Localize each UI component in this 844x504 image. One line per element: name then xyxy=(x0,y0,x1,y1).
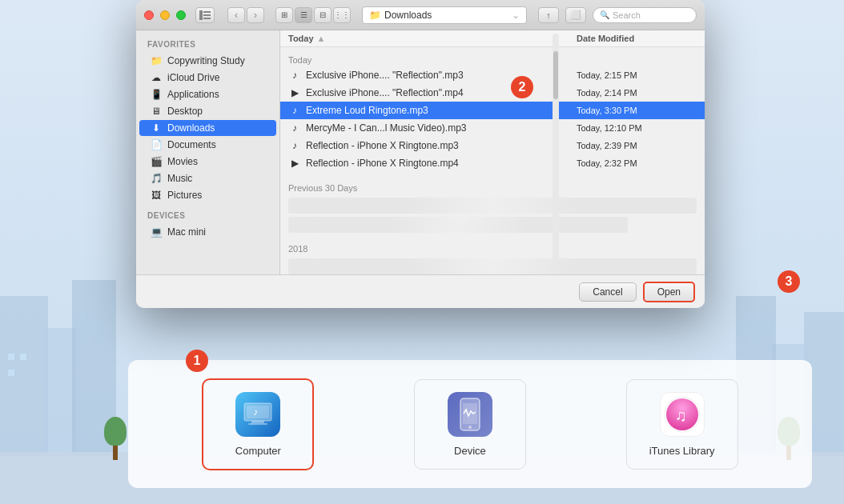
svg-point-7 xyxy=(468,426,472,429)
path-title: Downloads xyxy=(384,10,432,21)
title-bar: ‹ › ⊞ ☰ ⊟ ⋮⋮ 📁 Downloads ⌄ ↑ ⬜ 🔍 Search xyxy=(136,0,705,30)
sidebar-item-label: Downloads xyxy=(167,122,215,134)
window xyxy=(8,370,14,376)
cloud-icon: ☁ xyxy=(151,72,162,83)
list-view-button[interactable]: ☰ xyxy=(295,7,312,23)
file-list-header: Today ▲ Date Modified xyxy=(280,30,705,47)
audio-file-icon: ♪ xyxy=(288,69,301,82)
file-name: Exclusive iPhone.... "Reflection".mp3 xyxy=(306,70,577,81)
view-buttons: ⊞ ☰ ⊟ ⋮⋮ xyxy=(275,7,351,23)
mac-mini-icon: 💻 xyxy=(151,226,162,238)
path-dropdown-icon[interactable]: ⌄ xyxy=(512,10,520,21)
scrollbar-track xyxy=(553,34,559,274)
file-date: Today, 2:15 PM xyxy=(577,70,697,80)
nav-buttons: ‹ › xyxy=(227,7,264,23)
itunes-label: iTunes Library xyxy=(649,445,715,457)
video-file-icon: ▶ xyxy=(288,157,301,170)
documents-icon: 📄 xyxy=(151,139,162,150)
sort-indicator: ▲ xyxy=(317,34,326,43)
svg-rect-4 xyxy=(248,423,267,425)
file-date: Today, 2:32 PM xyxy=(577,158,697,168)
sidebar-toggle-button[interactable] xyxy=(195,7,215,23)
sidebar-item-applications[interactable]: 📱 Applications xyxy=(139,86,276,102)
back-button[interactable]: ‹ xyxy=(227,7,245,23)
gallery-view-button[interactable]: ⋮⋮ xyxy=(333,7,351,23)
svg-rect-13 xyxy=(203,14,211,16)
sidebar-item-pictures[interactable]: 🖼 Pictures xyxy=(139,187,276,203)
share-button[interactable]: ↑ xyxy=(538,7,559,23)
file-area: Today ▲ Date Modified Today ♪ Exclusive … xyxy=(280,30,705,274)
building-left-1 xyxy=(0,296,48,456)
svg-rect-3 xyxy=(251,421,264,423)
icon-view-button[interactable]: ⊞ xyxy=(275,7,293,23)
svg-text:♫: ♫ xyxy=(675,406,687,424)
computer-card[interactable]: ♪ Computer xyxy=(202,378,314,470)
file-name: Exclusive iPhone.... "Reflection".mp4 xyxy=(306,87,577,98)
window xyxy=(8,354,14,360)
step-1-badge: 1 xyxy=(186,350,208,372)
sidebar-item-label: iCloud Drive xyxy=(167,72,219,83)
sidebar-item-documents[interactable]: 📄 Documents xyxy=(139,137,276,153)
file-row[interactable]: ♪ MercyMe - I Can...l Music Video).mp3 T… xyxy=(280,119,705,137)
sidebar-item-downloads[interactable]: ⬇ Downloads xyxy=(139,120,276,136)
sidebar-item-label: Copywriting Study xyxy=(167,55,245,66)
file-row-selected[interactable]: ♪ Extreme Loud Ringtone.mp3 Today, 3:30 … xyxy=(280,102,705,119)
prev30-section-label: Previous 30 Days xyxy=(280,178,705,194)
devices-header: Devices xyxy=(136,208,279,223)
computer-label: Computer xyxy=(235,445,281,457)
sidebar-item-label: Pictures xyxy=(167,190,202,201)
blurred-file-row xyxy=(288,258,697,274)
sidebar-item-copywriting-study[interactable]: 📁 Copywriting Study xyxy=(139,53,276,69)
downloads-icon: ⬇ xyxy=(151,122,162,134)
sidebar-item-label: Music xyxy=(167,173,192,184)
itunes-card[interactable]: ♫ iTunes Library xyxy=(626,379,738,470)
file-list: Today ♪ Exclusive iPhone.... "Reflection… xyxy=(280,47,705,274)
minimize-button[interactable] xyxy=(160,10,170,20)
file-row[interactable]: ▶ Reflection - iPhone X Ringtone.mp4 Tod… xyxy=(280,154,705,172)
close-button[interactable] xyxy=(144,10,154,20)
forward-button[interactable]: › xyxy=(247,7,264,23)
maximize-button[interactable] xyxy=(176,10,186,20)
path-bar: 📁 Downloads ⌄ xyxy=(362,6,527,24)
col-date-header: Date Modified xyxy=(577,34,697,43)
blurred-file-row xyxy=(288,217,628,233)
finder-dialog: ‹ › ⊞ ☰ ⊟ ⋮⋮ 📁 Downloads ⌄ ↑ ⬜ 🔍 Search … xyxy=(136,0,705,308)
video-file-icon: ▶ xyxy=(288,86,301,99)
col-name-header: Today ▲ xyxy=(288,34,577,43)
sidebar-item-label: Mac mini xyxy=(167,226,206,238)
step-2-badge: 2 xyxy=(511,76,533,98)
blurred-file-row xyxy=(288,198,697,214)
file-name: Extreme Loud Ringtone.mp3 xyxy=(306,105,577,116)
svg-rect-11 xyxy=(199,10,203,20)
sidebar-item-music[interactable]: 🎵 Music xyxy=(139,170,276,186)
sidebar: Favorites 📁 Copywriting Study ☁ iCloud D… xyxy=(136,30,280,274)
sidebar-item-icloud-drive[interactable]: ☁ iCloud Drive xyxy=(139,70,276,86)
open-button[interactable]: Open xyxy=(643,282,695,302)
scrollbar-thumb[interactable] xyxy=(553,51,558,99)
sidebar-item-movies[interactable]: 🎬 Movies xyxy=(139,154,276,170)
audio-file-icon: ♪ xyxy=(288,122,301,134)
source-selector-panel: ♪ Computer Device xyxy=(128,360,812,488)
dialog-body: Favorites 📁 Copywriting Study ☁ iCloud D… xyxy=(136,30,705,274)
file-row[interactable]: ♪ Exclusive iPhone.... "Reflection".mp3 … xyxy=(280,66,705,84)
svg-text:♪: ♪ xyxy=(253,406,258,418)
tag-button[interactable]: ⬜ xyxy=(565,7,586,23)
sidebar-item-desktop[interactable]: 🖥 Desktop xyxy=(139,103,276,119)
itunes-icon: ♫ xyxy=(660,392,705,437)
year-section-label: 2018 xyxy=(280,239,705,255)
sidebar-item-label: Desktop xyxy=(167,106,203,117)
device-card[interactable]: Device xyxy=(414,379,526,470)
column-view-button[interactable]: ⊟ xyxy=(314,7,332,23)
cancel-button[interactable]: Cancel xyxy=(579,282,636,302)
svg-rect-1 xyxy=(247,406,269,418)
sidebar-item-label: Documents xyxy=(167,139,216,150)
file-row[interactable]: ♪ Reflection - iPhone X Ringtone.mp3 Tod… xyxy=(280,137,705,154)
sidebar-item-mac-mini[interactable]: 💻 Mac mini xyxy=(139,224,276,240)
search-bar[interactable]: 🔍 Search xyxy=(593,7,697,23)
applications-icon: 📱 xyxy=(151,89,162,100)
file-date: Today, 3:30 PM xyxy=(577,106,697,115)
path-folder-icon: 📁 xyxy=(369,10,381,21)
file-row[interactable]: ▶ Exclusive iPhone.... "Reflection".mp4 … xyxy=(280,84,705,102)
step-3-badge: 3 xyxy=(778,270,800,293)
sidebar-item-label: Movies xyxy=(167,156,198,167)
